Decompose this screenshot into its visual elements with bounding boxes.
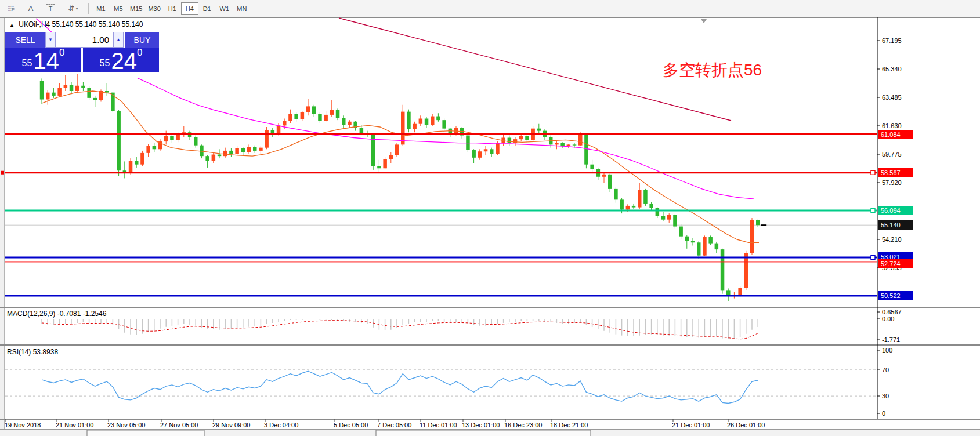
svg-text:13 Dec 01:00: 13 Dec 01:00 (462, 422, 500, 428)
sell-price-pips: 14 (33, 51, 59, 71)
svg-text:30: 30 (882, 393, 889, 399)
svg-text:21 Dec 01:00: 21 Dec 01:00 (672, 422, 710, 428)
sell-price-point: 0 (59, 49, 64, 57)
chevron-down-icon: ▾ (75, 6, 78, 11)
timeframe-m5[interactable]: M5 (110, 2, 127, 15)
timeframe-m30[interactable]: M30 (145, 2, 163, 15)
svg-text:65.340: 65.340 (882, 66, 902, 72)
timeframe-group: M1M5M15M30H1H4D1W1MN (92, 2, 251, 15)
macd-indicator-label: MACD(12,26,9) -0.7081 -1.2546 (7, 310, 106, 318)
buy-price-button[interactable]: 55 24 0 (83, 48, 159, 72)
cursor-mode-icon[interactable]: ⇵ ▾ (62, 2, 85, 16)
svg-text:23 Nov 05:00: 23 Nov 05:00 (107, 422, 145, 428)
timeframe-h4[interactable]: H4 (181, 2, 198, 15)
svg-text:63.485: 63.485 (882, 94, 902, 101)
macd-pane (42, 319, 758, 339)
timeframe-m15[interactable]: M15 (127, 2, 145, 15)
timeframe-h1[interactable]: H1 (164, 2, 181, 15)
svg-text:58.567: 58.567 (881, 169, 901, 176)
svg-text:61.084: 61.084 (881, 131, 901, 138)
chart-tab-strip (0, 430, 980, 436)
svg-text:3 Dec 04:00: 3 Dec 04:00 (264, 422, 298, 428)
buy-price-point: 0 (137, 49, 142, 57)
svg-text:16 Dec 23:00: 16 Dec 23:00 (504, 422, 542, 428)
svg-text:70: 70 (882, 366, 889, 373)
svg-text:67.195: 67.195 (882, 37, 902, 44)
svg-text:100: 100 (882, 347, 892, 354)
volume-step-up-button[interactable]: ▲ (113, 32, 124, 48)
symbol-ohlc-row: ▲ UKOil-,H4 55.140 55.140 55.140 55.140 (9, 20, 143, 28)
price-axis[interactable]: 67.19565.34063.48561.63059.77557.92054.2… (877, 17, 913, 419)
sell-price-handle: 55 (22, 56, 32, 71)
svg-text:21 Nov 01:00: 21 Nov 01:00 (56, 422, 93, 428)
svg-text:61.630: 61.630 (882, 122, 902, 129)
svg-text:50.522: 50.522 (881, 292, 901, 299)
svg-text:19 Nov 2018: 19 Nov 2018 (5, 422, 41, 428)
sell-button[interactable]: SELL (5, 32, 45, 48)
price-chart[interactable]: 67.19565.34063.48561.63059.77557.92054.2… (0, 17, 980, 436)
svg-text:18 Dec 21:00: 18 Dec 21:00 (550, 422, 588, 428)
svg-text:11 Dec 01:00: 11 Dec 01:00 (420, 422, 457, 428)
collapse-triangle-icon[interactable]: ▲ (9, 22, 15, 28)
timeframe-mn[interactable]: MN (233, 2, 251, 15)
timeframe-m1[interactable]: M1 (92, 2, 110, 15)
chart-annotation-text: 多空转折点56 (663, 59, 762, 81)
svg-text:-1.771: -1.771 (882, 336, 900, 343)
chart-tab[interactable] (376, 430, 591, 436)
svg-text:54.210: 54.210 (882, 236, 902, 243)
toolbar: ::::::::F A T ⇵ ▾ M1M5M15M30H1H4D1W1MN (0, 0, 980, 17)
svg-text:59.775: 59.775 (882, 151, 902, 158)
svg-text:0.00: 0.00 (882, 315, 894, 322)
timeframe-w1[interactable]: W1 (216, 2, 233, 15)
one-click-trading-panel: SELL ▼ ▲ BUY 55 14 0 55 24 0 (5, 32, 159, 72)
symbol-ohlc-text: UKOil-,H4 55.140 55.140 55.140 55.140 (19, 20, 143, 28)
date-axis[interactable]: 19 Nov 201821 Nov 01:0023 Nov 05:0027 No… (5, 419, 765, 428)
text-box-icon[interactable]: T (42, 2, 59, 16)
chart-shift-marker-icon[interactable] (701, 19, 707, 23)
svg-text:57.920: 57.920 (882, 179, 902, 186)
svg-text:0: 0 (882, 410, 885, 417)
svg-text:56.094: 56.094 (881, 207, 901, 214)
buy-button[interactable]: BUY (125, 32, 159, 48)
svg-text:52.724: 52.724 (881, 260, 901, 267)
svg-text:7 Dec 05:00: 7 Dec 05:00 (377, 422, 411, 428)
svg-text:55.140: 55.140 (881, 221, 901, 228)
svg-text:29 Nov 09:00: 29 Nov 09:00 (212, 422, 250, 428)
buy-price-pips: 24 (111, 51, 137, 71)
chart-tab[interactable] (87, 430, 204, 436)
rsi-indicator-label: RSI(14) 53.8938 (7, 348, 58, 356)
buy-price-handle: 55 (100, 56, 110, 71)
chart-grid-icon[interactable]: ::::::::F (2, 2, 20, 16)
sell-price-button[interactable]: 55 14 0 (5, 48, 81, 72)
svg-text:26 Dec 01:00: 26 Dec 01:00 (727, 422, 765, 428)
volume-step-down-button[interactable]: ▼ (45, 32, 56, 48)
svg-text:0.6567: 0.6567 (882, 308, 902, 315)
text-label-icon[interactable]: A (22, 2, 39, 16)
volume-input[interactable] (56, 32, 113, 48)
svg-text:5 Dec 05:00: 5 Dec 05:00 (334, 422, 368, 428)
svg-text:27 Nov 05:00: 27 Nov 05:00 (160, 422, 198, 428)
timeframe-d1[interactable]: D1 (198, 2, 216, 15)
toolbar-separator (88, 3, 89, 14)
rsi-pane (5, 370, 877, 404)
